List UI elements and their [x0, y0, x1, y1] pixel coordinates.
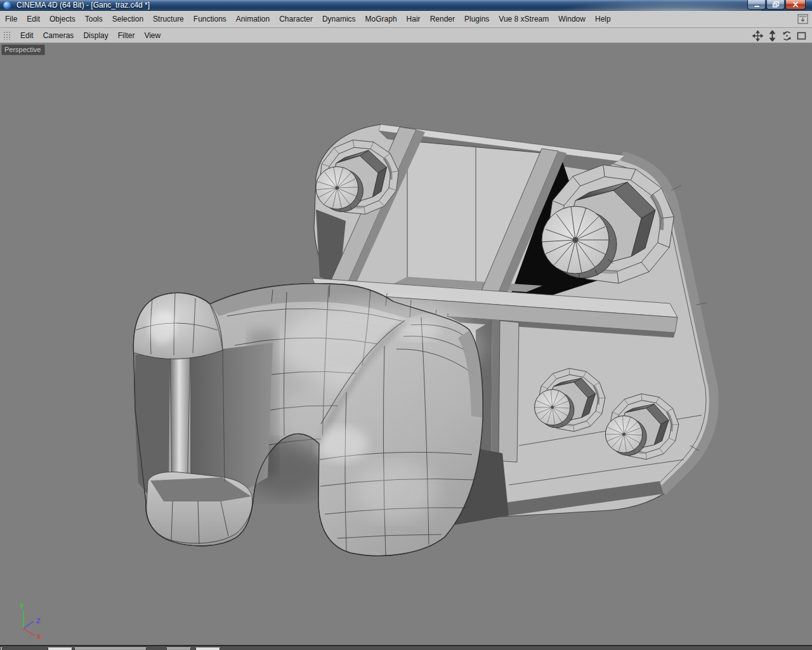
viewport-nav-tools — [752, 29, 807, 42]
menu-dynamics[interactable]: Dynamics — [322, 15, 356, 23]
menu-objects[interactable]: Objects — [49, 15, 75, 23]
menu-help[interactable]: Help — [595, 15, 611, 23]
minimize-icon — [753, 2, 760, 8]
maximize-icon[interactable] — [796, 30, 807, 41]
main-menu-bar: FileEditObjectsToolsSelectionStructureFu… — [0, 11, 812, 28]
menu-mograph[interactable]: MoGraph — [365, 15, 397, 23]
close-icon — [792, 1, 799, 8]
menu-animation[interactable]: Animation — [236, 15, 270, 23]
viewport-menu-filter[interactable]: Filter — [118, 31, 135, 40]
palette-drag-handle[interactable] — [3, 30, 11, 40]
perspective-viewport[interactable]: Y Z X Perspective — [0, 43, 812, 645]
menu-render[interactable]: Render — [430, 15, 455, 23]
camera-label: Perspective — [1, 44, 45, 55]
viewport-menu-view[interactable]: View — [144, 31, 160, 40]
viewport-menu-display[interactable]: Display — [83, 31, 108, 40]
bottom-panel-edge — [0, 645, 812, 650]
panel-edge-segment[interactable] — [195, 647, 220, 650]
cinema4d-window: CINEMA 4D (64 Bit) - [Ganc_traz.c4d *] F… — [0, 0, 812, 650]
menu-file[interactable]: File — [5, 15, 17, 23]
pan-icon[interactable] — [752, 30, 763, 41]
panel-edge-segment[interactable] — [48, 647, 72, 650]
dolly-icon[interactable] — [767, 30, 778, 41]
window-title: CINEMA 4D (64 Bit) - [Ganc_traz.c4d *] — [16, 1, 150, 10]
menu-plugins[interactable]: Plugins — [464, 15, 489, 23]
minimize-button[interactable] — [747, 0, 766, 10]
menu-vue-8-xstream[interactable]: Vue 8 xStream — [499, 15, 549, 23]
axis-x-label: X — [37, 633, 41, 641]
panel-edge-segment[interactable] — [166, 647, 191, 650]
viewport-menu-bar: EditCamerasDisplayFilterView — [0, 28, 812, 43]
axis-gizmo: Y Z X — [20, 602, 41, 641]
axis-y-label: Y — [20, 602, 24, 611]
restore-icon — [772, 1, 779, 8]
pintle-hook[interactable] — [133, 284, 483, 556]
close-button[interactable] — [785, 0, 806, 10]
viewport-menu-edit[interactable]: Edit — [20, 31, 34, 40]
rotate-icon[interactable] — [782, 30, 792, 41]
menu-functions[interactable]: Functions — [193, 15, 226, 23]
menu-tools[interactable]: Tools — [85, 15, 103, 23]
menu-edit[interactable]: Edit — [27, 15, 40, 23]
window-dock-icon[interactable] — [797, 14, 808, 24]
viewport-menu-cameras[interactable]: Cameras — [43, 31, 74, 40]
menu-window[interactable]: Window — [558, 15, 586, 23]
menu-character[interactable]: Character — [279, 15, 313, 23]
panel-edge-segment[interactable] — [0, 647, 3, 650]
restore-button[interactable] — [766, 0, 785, 10]
menu-selection[interactable]: Selection — [112, 15, 143, 23]
panel-edge-segment[interactable] — [74, 647, 147, 650]
axis-z-label: Z — [36, 617, 41, 625]
menu-structure[interactable]: Structure — [153, 15, 184, 23]
cinema4d-app-icon[interactable] — [3, 1, 11, 10]
title-bar[interactable]: CINEMA 4D (64 Bit) - [Ganc_traz.c4d *] — [0, 0, 812, 11]
titlebar-glow — [552, 0, 761, 11]
hook-pin-assembly — [134, 343, 273, 544]
viewport-canvas[interactable]: Y Z X — [0, 43, 812, 645]
menu-hair[interactable]: Hair — [407, 15, 421, 23]
